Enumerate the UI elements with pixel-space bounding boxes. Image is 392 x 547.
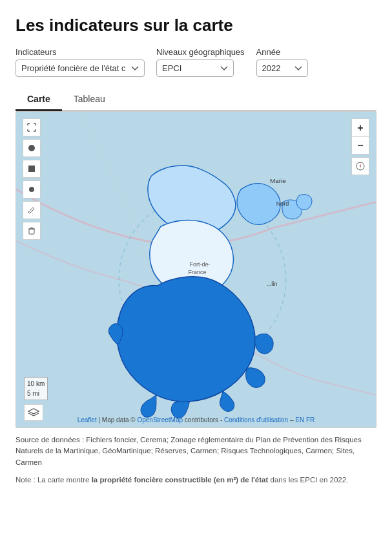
tab-carte[interactable]: Carte: [15, 89, 62, 111]
note-after: dans les EPCI en 2022.: [268, 476, 348, 484]
svg-text:...lin: ...lin: [267, 281, 277, 287]
scale-mi: 5 mi: [27, 389, 45, 398]
zoom-out-button[interactable]: −: [351, 136, 369, 155]
niveaux-label: Niveaux géographiques: [156, 47, 245, 57]
conditions-link[interactable]: Conditions d'utilisation: [224, 416, 288, 424]
indicateurs-label: Indicateurs: [15, 47, 145, 57]
svg-point-9: [29, 187, 34, 192]
page-title: Les indicateurs sur la carte: [15, 16, 377, 36]
map-container: Marie Nord Fort-de- France ...lin: [15, 111, 377, 428]
en-link[interactable]: EN: [295, 416, 304, 424]
fullscreen-button[interactable]: [23, 118, 41, 136]
svg-rect-8: [28, 166, 35, 172]
filters-row: Indicateurs Propriété foncière de l'état…: [15, 47, 377, 77]
zoom-controls: + −: [351, 118, 369, 175]
contributors-text: contributors -: [185, 416, 224, 424]
compass-button[interactable]: [351, 157, 369, 175]
page-container: Les indicateurs sur la carte Indicateurs…: [0, 0, 392, 499]
delete-button[interactable]: [23, 222, 41, 240]
svg-point-7: [28, 145, 35, 151]
filter-group-niveaux: Niveaux géographiques EPCICommuneDéparte…: [156, 47, 245, 77]
tab-tableau[interactable]: Tableau: [62, 89, 117, 111]
osm-link[interactable]: OpenStreetMap: [137, 416, 183, 424]
svg-text:France: France: [189, 269, 207, 275]
svg-text:Marie: Marie: [270, 177, 286, 184]
note-text: Note : La carte montre la propriété fonc…: [15, 475, 377, 486]
note-before: Note : La carte montre: [15, 476, 92, 484]
indicateurs-select[interactable]: Propriété foncière de l'état cc: [15, 59, 145, 77]
scale-km: 10 km: [27, 379, 45, 389]
niveaux-select[interactable]: EPCICommuneDépartement: [156, 59, 234, 77]
filter-group-annee: Année 202220212020: [256, 47, 308, 77]
annee-select[interactable]: 202220212020: [256, 59, 308, 77]
layers-button[interactable]: [24, 404, 43, 421]
scale-bar: 10 km 5 mi: [24, 377, 48, 400]
map-controls-left: [23, 118, 41, 240]
svg-text:Nord: Nord: [276, 200, 289, 207]
square-tool-button[interactable]: [23, 160, 41, 178]
zoom-in-button[interactable]: +: [351, 118, 369, 136]
source-text: Source de données : Fichiers foncier, Ce…: [15, 434, 377, 468]
filter-group-indicateurs: Indicateurs Propriété foncière de l'état…: [15, 47, 145, 77]
leaflet-link[interactable]: Leaflet: [77, 416, 97, 424]
map-svg: Marie Nord Fort-de- France ...lin: [16, 112, 376, 427]
dot-tool-button[interactable]: [23, 180, 41, 198]
note-bold: la propriété foncière constructible (en …: [92, 476, 269, 484]
svg-rect-10: [29, 229, 34, 234]
annee-label: Année: [256, 47, 308, 57]
fr-link[interactable]: FR: [306, 416, 315, 424]
svg-text:Fort-de-: Fort-de-: [190, 261, 211, 268]
edit-button[interactable]: [23, 201, 41, 219]
circle-tool-button[interactable]: [23, 139, 41, 157]
tabs-row: Carte Tableau: [15, 89, 377, 111]
map-credits: Leaflet | Map data © OpenStreetMap contr…: [77, 416, 315, 424]
credits-separator2: –: [290, 416, 295, 424]
map-data-text: | Map data ©: [98, 416, 137, 424]
